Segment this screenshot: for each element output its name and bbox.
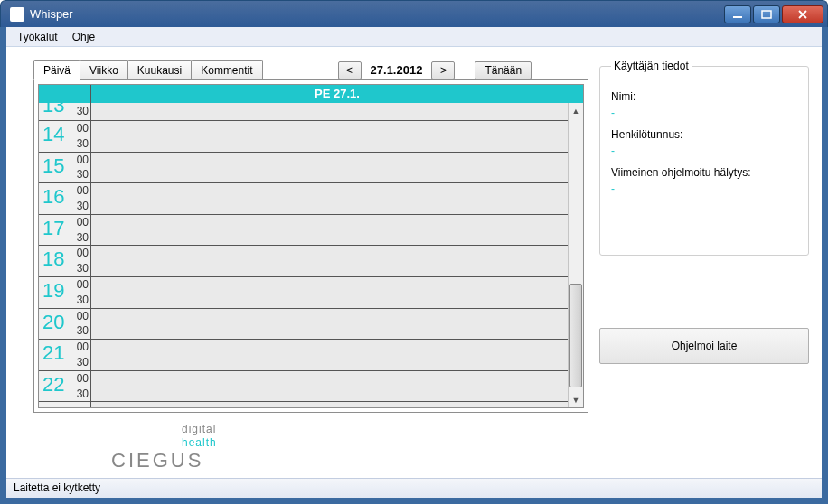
maximize-button[interactable]	[753, 5, 780, 23]
time-slot: 1330	[39, 103, 90, 121]
time-slot: 150030	[39, 153, 90, 184]
grid-slot[interactable]	[91, 340, 568, 371]
window-buttons	[724, 5, 823, 23]
program-device-button[interactable]: Ohjelmoi laite	[599, 328, 809, 364]
calendar-header: PE 27.1.	[39, 85, 583, 103]
time-slot: 140030	[39, 121, 90, 153]
grid-slot[interactable]	[91, 183, 568, 215]
grid-slot[interactable]	[91, 121, 568, 153]
window-title: Whisper	[30, 7, 724, 21]
app-icon	[10, 7, 24, 22]
grid-slot[interactable]	[91, 277, 568, 309]
svg-rect-0	[733, 16, 742, 18]
grid-slot[interactable]	[91, 215, 568, 247]
right-pane: Käyttäjän tiedot Nimi: - Henkilötunnus: …	[599, 60, 809, 478]
grid-slot[interactable]	[91, 371, 568, 403]
last-alarm-label: Viimeinen ohjelmoitu hälytys:	[611, 166, 797, 179]
next-day-button[interactable]: >	[431, 61, 455, 79]
control-row: Päivä Viikko Kuukausi Kommentit < 27.1.2…	[33, 60, 588, 80]
time-slot: 160030	[39, 183, 90, 215]
time-slot: 190030	[39, 277, 90, 309]
time-slot: 200030	[39, 309, 90, 341]
calendar-panel: PE 27.1. 1330 140030 150030 160030 17003…	[33, 79, 588, 413]
last-alarm-value: -	[611, 182, 797, 195]
statusbar: Laitetta ei kytketty	[6, 478, 822, 498]
minimize-button[interactable]	[724, 5, 751, 23]
view-tabs: Päivä Viikko Kuukausi Kommentit	[33, 60, 262, 80]
grid-slot[interactable]	[91, 103, 568, 121]
ssn-value: -	[611, 145, 797, 157]
scroll-thumb[interactable]	[569, 284, 582, 387]
close-button[interactable]	[782, 5, 823, 23]
name-label: Nimi:	[611, 90, 797, 103]
svg-rect-1	[762, 11, 771, 18]
calendar-inner: PE 27.1. 1330 140030 150030 160030 17003…	[38, 84, 584, 408]
menubar: Työkalut Ohje	[6, 27, 822, 47]
scrollbar[interactable]: ▲ ▼	[568, 103, 583, 407]
tab-day[interactable]: Päivä	[33, 60, 80, 80]
calendar-body: 1330 140030 150030 160030 170030 180030 …	[39, 103, 583, 407]
window-frame: Työkalut Ohje Päivä Viikko Kuukausi Komm…	[0, 27, 828, 504]
user-info-title: Käyttäjän tiedot	[611, 60, 692, 72]
today-button[interactable]: Tänään	[475, 61, 532, 79]
logo: digitalhealth CIEGUS	[111, 422, 588, 472]
tab-month[interactable]: Kuukausi	[127, 60, 192, 80]
time-slot: 170030	[39, 215, 90, 247]
menu-help[interactable]: Ohje	[65, 29, 102, 45]
tab-comments[interactable]: Kommentit	[191, 60, 262, 80]
menu-tools[interactable]: Työkalut	[10, 29, 65, 45]
scroll-down-icon[interactable]: ▼	[569, 392, 583, 407]
titlebar: Whisper	[0, 0, 828, 27]
time-slot: 220030	[39, 371, 90, 403]
time-slot: 210030	[39, 340, 90, 371]
current-date: 27.1.2012	[367, 63, 427, 77]
date-nav: < 27.1.2012 > Tänään	[338, 61, 532, 79]
grid-slot[interactable]	[91, 309, 568, 341]
header-corner	[39, 85, 91, 103]
prev-day-button[interactable]: <	[338, 61, 362, 79]
time-slot: 180030	[39, 246, 90, 277]
ssn-label: Henkilötunnus:	[611, 128, 797, 141]
grid-slot[interactable]	[91, 246, 568, 277]
day-header-label: PE 27.1.	[91, 85, 583, 103]
logo-tagline: digitalhealth	[182, 422, 588, 449]
scroll-up-icon[interactable]: ▲	[569, 103, 583, 118]
grid-slot[interactable]	[91, 153, 568, 184]
logo-brand: CIEGUS	[111, 449, 588, 472]
status-text: Laitetta ei kytketty	[14, 481, 100, 494]
tab-week[interactable]: Viikko	[80, 60, 128, 80]
content-area: Päivä Viikko Kuukausi Kommentit < 27.1.2…	[6, 47, 822, 478]
time-column: 1330 140030 150030 160030 170030 180030 …	[39, 103, 91, 407]
user-info-box: Käyttäjän tiedot Nimi: - Henkilötunnus: …	[599, 60, 809, 256]
left-pane: Päivä Viikko Kuukausi Kommentit < 27.1.2…	[33, 60, 588, 478]
name-value: -	[611, 107, 797, 119]
grid-column[interactable]	[91, 103, 568, 407]
